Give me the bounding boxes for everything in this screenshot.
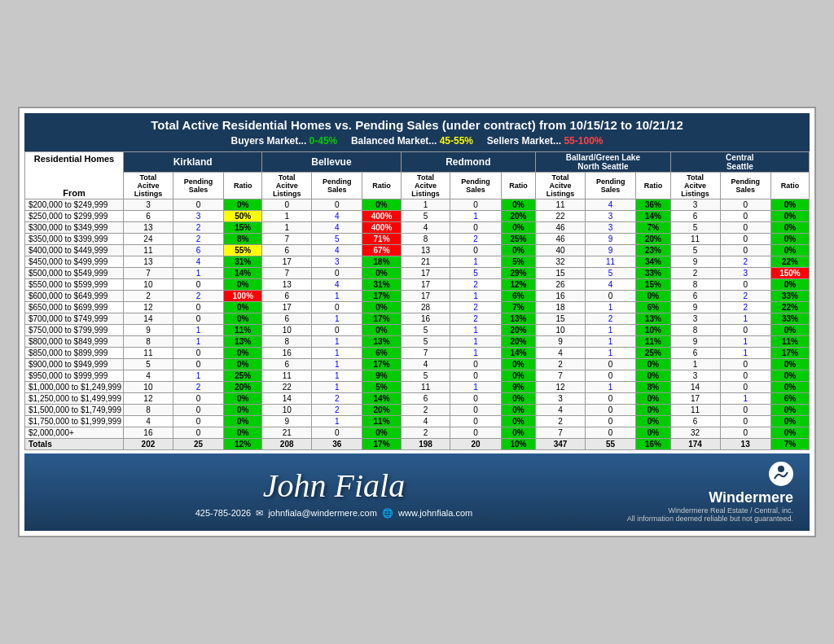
pending-cell: 6 (173, 245, 223, 256)
ratio-cell: 14% (224, 268, 262, 279)
total-cell: 22 (262, 382, 312, 393)
total-cell: 11 (401, 382, 450, 393)
ratio-cell: 0% (636, 416, 670, 427)
pending-cell: 1 (585, 348, 635, 359)
ratio-cell: 13% (362, 336, 401, 348)
pending-cell: 1 (173, 325, 223, 336)
cs-total-total: 174 (670, 439, 720, 450)
ratio-cell: 0% (770, 325, 809, 336)
total-cell: 9 (670, 302, 720, 313)
phone: 425-785-2026 (195, 508, 252, 518)
table-row: $600,000 to $649,99922100%6117%1716%1600… (25, 291, 810, 302)
pending-cell: 2 (450, 234, 501, 245)
pending-cell: 1 (312, 382, 362, 393)
from-cell: $1,750,000 to $1,999,999 (25, 416, 124, 427)
total-cell: 22 (536, 211, 586, 222)
ratio-cell: 18% (362, 256, 401, 268)
ratio-cell: 17% (770, 348, 809, 359)
pending-cell: 1 (585, 336, 635, 348)
pending-cell: 0 (173, 302, 223, 313)
total-cell: 2 (536, 416, 586, 427)
total-cell: 6 (670, 416, 720, 427)
pending-cell: 0 (450, 427, 501, 439)
pending-cell: 2 (450, 313, 501, 325)
ratio-cell: 17% (362, 359, 401, 370)
table-row: $1,000,000 to $1,249,99910220%2215%1119%… (25, 382, 810, 393)
total-cell: 6 (262, 359, 312, 370)
ratio-cell: 0% (362, 199, 401, 211)
pending-cell: 1 (450, 211, 501, 222)
kirkland-header: Kirkland (124, 152, 262, 173)
ratio-cell: 0% (224, 199, 262, 211)
ratio-cell: 20% (501, 325, 535, 336)
ratio-cell: 0% (636, 291, 670, 302)
pending-cell: 5 (312, 234, 362, 245)
ratio-cell: 50% (224, 211, 262, 222)
pending-cell: 0 (720, 325, 770, 336)
b-ratio-header: Ratio (362, 173, 401, 199)
table-row: $350,000 to $399,9992428%7571%8225%46920… (25, 234, 810, 245)
from-cell: $1,500,000 to $1,749,999 (25, 405, 124, 416)
total-cell: 8 (124, 405, 173, 416)
pending-cell: 2 (720, 291, 770, 302)
pending-cell: 0 (720, 199, 770, 211)
ratio-cell: 5% (362, 382, 401, 393)
pending-cell: 4 (585, 199, 635, 211)
pending-cell: 3 (312, 256, 362, 268)
total-cell: 46 (536, 222, 586, 234)
total-cell: 14 (670, 382, 720, 393)
total-cell: 11 (536, 199, 586, 211)
sellers-market-label: Sellers Market... (487, 135, 561, 147)
ratio-cell: 0% (362, 427, 401, 439)
ratio-cell: 15% (636, 279, 670, 291)
ratio-cell: 0% (501, 199, 535, 211)
bg-ps-total: 55 (585, 439, 635, 450)
total-cell: 4 (401, 222, 450, 234)
pending-cell: 1 (450, 348, 501, 359)
total-cell: 15 (536, 268, 586, 279)
b-pending-header: PendingSales (312, 173, 362, 199)
ratio-cell: 6% (636, 302, 670, 313)
total-cell: 1 (262, 222, 312, 234)
total-cell: 6 (262, 291, 312, 302)
email: johnfiala@windermere.com (268, 508, 376, 518)
total-cell: 9 (670, 256, 720, 268)
pending-cell: 0 (585, 370, 635, 382)
pending-cell: 0 (720, 405, 770, 416)
ratio-cell: 11% (636, 336, 670, 348)
ratio-cell: 9% (362, 370, 401, 382)
total-cell: 9 (670, 336, 720, 348)
pending-cell: 0 (312, 199, 362, 211)
pending-cell: 2 (450, 302, 501, 313)
sellers-range: 55-100% (564, 135, 603, 147)
total-cell: 11 (670, 405, 720, 416)
ratio-cell: 0% (362, 302, 401, 313)
table-row: $550,000 to $599,9991000%13431%17212%264… (25, 279, 810, 291)
ratio-cell: 0% (224, 427, 262, 439)
pending-cell: 1 (585, 325, 635, 336)
buyers-range: 0-45% (309, 135, 338, 147)
ratio-cell: 71% (362, 234, 401, 245)
ratio-cell: 34% (636, 256, 670, 268)
balanced-market-label: Balanced Market... (351, 135, 437, 147)
b-ps-total: 36 (312, 439, 362, 450)
pending-cell: 0 (173, 416, 223, 427)
total-cell: 6 (124, 211, 173, 222)
ratio-cell: 13% (224, 336, 262, 348)
ratio-cell: 150% (770, 268, 809, 279)
ratio-cell: 14% (636, 211, 670, 222)
total-cell: 1 (401, 199, 450, 211)
header-title: Total Active Residential Homes vs. Pendi… (24, 113, 810, 134)
ratio-cell: 10% (636, 325, 670, 336)
bg-total-total: 347 (536, 439, 586, 450)
ratio-cell: 0% (770, 245, 809, 256)
central-seattle-header: CentralSeattle (670, 152, 809, 173)
total-cell: 7 (401, 348, 450, 359)
pending-cell: 4 (312, 222, 362, 234)
table-row: $800,000 to $849,9998113%8113%5120%9111%… (25, 336, 810, 348)
total-cell: 16 (536, 291, 586, 302)
total-cell: 11 (262, 370, 312, 382)
pending-cell: 0 (720, 211, 770, 222)
ratio-cell: 8% (636, 382, 670, 393)
ratio-cell: 0% (501, 405, 535, 416)
